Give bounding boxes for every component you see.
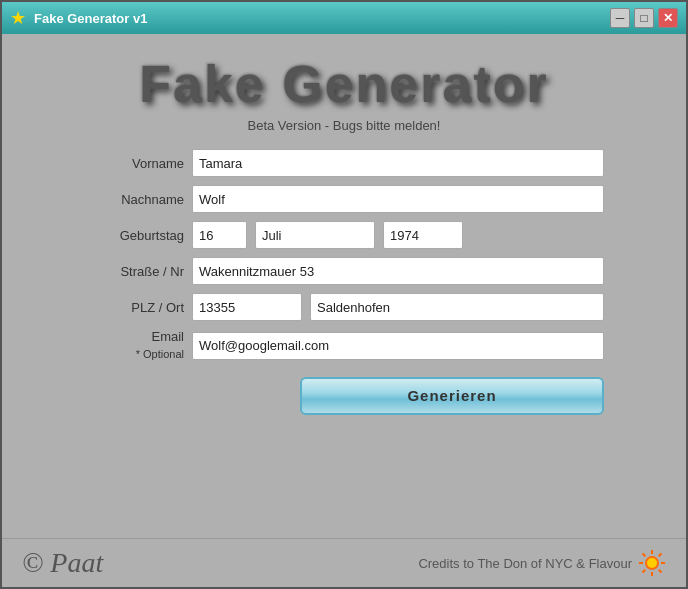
minimize-button[interactable]: ─ [610, 8, 630, 28]
form-area: Vorname Nachname Geburtstag Straße / Nr [84, 149, 604, 415]
maximize-button[interactable]: □ [634, 8, 654, 28]
content-area: Fake Generator Beta Version - Bugs bitte… [2, 34, 686, 538]
nachname-input[interactable] [192, 185, 604, 213]
generate-button[interactable]: Generieren [300, 377, 604, 415]
strasse-row: Straße / Nr [84, 257, 604, 285]
vorname-label: Vorname [84, 156, 184, 171]
svg-point-1 [647, 558, 657, 568]
nachname-row: Nachname [84, 185, 604, 213]
title-bar-text: Fake Generator v1 [34, 11, 602, 26]
main-window: ★ Fake Generator v1 ─ □ ✕ Fake Generator… [0, 0, 688, 589]
footer-credits: Credits to The Don of NYC & Flavour [418, 549, 666, 577]
app-title: Fake Generator [139, 54, 549, 114]
vorname-input[interactable] [192, 149, 604, 177]
generate-row: Generieren [84, 371, 604, 415]
year-input[interactable] [383, 221, 463, 249]
beta-text: Beta Version - Bugs bitte melden! [248, 118, 441, 133]
sun-icon [638, 549, 666, 577]
footer: © Paat Credits to The Don of NYC & Flavo… [2, 538, 686, 587]
nachname-label: Nachname [84, 192, 184, 207]
geburtstag-row: Geburtstag [84, 221, 604, 249]
strasse-label: Straße / Nr [84, 264, 184, 279]
window-controls: ─ □ ✕ [610, 8, 678, 28]
svg-line-8 [659, 554, 662, 557]
day-input[interactable] [192, 221, 247, 249]
footer-copyright: © Paat [22, 547, 103, 579]
svg-line-7 [659, 570, 662, 573]
svg-line-6 [643, 554, 646, 557]
geburtstag-label: Geburtstag [84, 228, 184, 243]
plz-input[interactable] [192, 293, 302, 321]
email-input[interactable] [192, 332, 604, 360]
close-button[interactable]: ✕ [658, 8, 678, 28]
vorname-row: Vorname [84, 149, 604, 177]
strasse-input[interactable] [192, 257, 604, 285]
ort-input[interactable] [310, 293, 604, 321]
email-row: Email * Optional [84, 329, 604, 363]
title-bar: ★ Fake Generator v1 ─ □ ✕ [2, 2, 686, 34]
month-input[interactable] [255, 221, 375, 249]
plz-row: PLZ / Ort [84, 293, 604, 321]
app-icon: ★ [10, 7, 26, 29]
plz-label: PLZ / Ort [84, 300, 184, 315]
svg-line-9 [643, 570, 646, 573]
email-label: Email * Optional [84, 329, 184, 363]
